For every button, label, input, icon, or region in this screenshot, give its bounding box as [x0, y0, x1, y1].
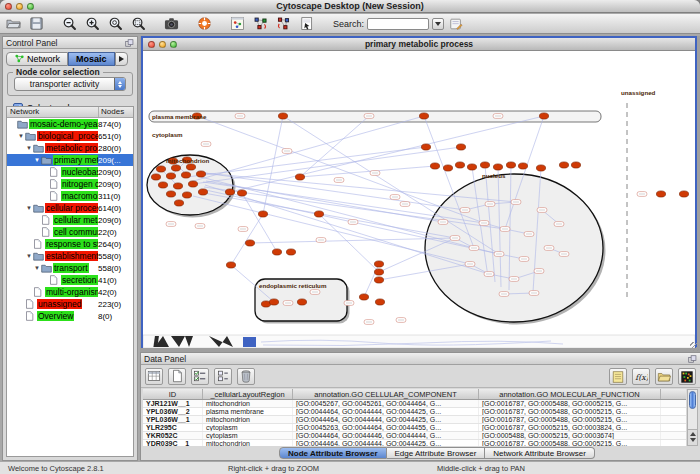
network-node-selected[interactable] — [198, 189, 207, 195]
network-node-selected[interactable] — [443, 165, 452, 171]
float-panel-icon[interactable] — [124, 38, 135, 51]
table-row[interactable]: YJR121W__1mitochondrion[GO:0045267, GO:0… — [143, 400, 686, 408]
network-node-selected[interactable] — [225, 189, 234, 195]
tree-row[interactable]: nitrogen compo209(0) — [7, 178, 133, 190]
network-node-selected[interactable] — [506, 162, 515, 168]
scroll-up-icon[interactable] — [690, 432, 696, 436]
network-edge[interactable] — [300, 116, 369, 177]
network-node-selected[interactable] — [286, 249, 295, 255]
network-node-selected[interactable] — [196, 171, 205, 177]
column-header[interactable]: annotation.GO CELLULAR_COMPONENT — [293, 389, 479, 399]
compartment-plasma-membrane[interactable] — [149, 111, 601, 122]
network-node-selected[interactable] — [374, 277, 383, 283]
tree-row[interactable]: ▼metabolic process280(0) — [7, 142, 133, 154]
network-node-selected[interactable] — [156, 166, 165, 172]
tab-network[interactable]: Network — [6, 52, 68, 66]
tree-row[interactable]: secretion41(0) — [7, 274, 133, 286]
network-node-selected[interactable] — [151, 174, 160, 180]
table-row[interactable]: YLR295Ccytoplasm[GO:0045263, GO:0044464,… — [143, 424, 686, 432]
tree-row[interactable]: unassigned223(0) — [7, 298, 133, 310]
network-node-selected[interactable] — [539, 113, 548, 119]
search-input[interactable] — [367, 18, 429, 30]
network-node-selected[interactable] — [258, 211, 267, 217]
table-row[interactable]: YPL036W__1mitochondrion[GO:0044464, GO:0… — [143, 416, 686, 424]
tree-row[interactable]: cellular metabol209(0) — [7, 214, 133, 226]
network-node-selected[interactable] — [226, 262, 235, 268]
network-node-selected[interactable] — [158, 182, 167, 188]
tree-row[interactable]: response to stimulu264(0) — [7, 238, 133, 250]
network-node-selected[interactable] — [493, 164, 502, 170]
network-node-selected[interactable] — [679, 191, 688, 197]
network-edge[interactable] — [300, 166, 435, 177]
network-node-selected[interactable] — [186, 164, 195, 170]
network-node-selected[interactable] — [272, 249, 281, 255]
network-node-selected[interactable] — [518, 163, 527, 169]
tree-row[interactable]: ▼establishment of lo558(0) — [7, 250, 133, 262]
network-node-selected[interactable] — [174, 200, 183, 206]
network-node-selected[interactable] — [375, 299, 384, 305]
network-node-selected[interactable] — [171, 165, 180, 171]
scrollbar-thumb[interactable] — [689, 391, 696, 409]
import-attributes-button[interactable] — [655, 368, 673, 385]
scroll-down-icon[interactable] — [690, 438, 696, 442]
network-node-selected[interactable] — [314, 211, 323, 217]
help-ring-button[interactable] — [196, 15, 213, 32]
annotation-select-button[interactable] — [298, 15, 315, 32]
node-color-combobox[interactable]: transporter activity — [14, 77, 126, 91]
delete-attribute-button[interactable] — [237, 368, 255, 385]
network-node-selected[interactable] — [430, 163, 439, 169]
tree-row[interactable]: ▼cellular process614(0) — [7, 202, 133, 214]
tree-row[interactable]: ▼biological_process651(0) — [7, 130, 133, 142]
zoom-out-button[interactable] — [61, 15, 78, 32]
tab-mosaic[interactable]: Mosaic — [68, 52, 115, 66]
network-node-selected[interactable] — [237, 190, 246, 196]
table-row[interactable]: YPL036W__2plasma membrane[GO:0044464, GO… — [143, 408, 686, 416]
network-node-selected[interactable] — [295, 174, 304, 180]
tree-row[interactable]: ▼primary metabo209(... — [7, 154, 133, 166]
network-edge[interactable] — [187, 147, 426, 177]
zoom-fit-button[interactable] — [107, 15, 124, 32]
select-attributes-button[interactable] — [191, 368, 209, 385]
layout-network-2-button[interactable] — [275, 15, 292, 32]
network-edge[interactable] — [198, 192, 455, 238]
network-edge[interactable] — [193, 147, 461, 184]
network-node-selected[interactable] — [455, 162, 464, 168]
network-node-selected[interactable] — [374, 269, 383, 275]
table-scrollbar[interactable] — [687, 389, 698, 446]
snapshot-button[interactable] — [163, 15, 180, 32]
birdseye-overview-button[interactable] — [229, 15, 246, 32]
network-node-selected[interactable] — [559, 162, 568, 168]
notes-button[interactable] — [609, 368, 627, 385]
tab-node-attribute-browser[interactable]: Node Attribute Browser — [279, 447, 387, 459]
network-edge[interactable] — [250, 238, 455, 243]
network-node-selected[interactable] — [166, 191, 175, 197]
network-node-selected[interactable] — [571, 162, 580, 168]
zoom-selected-button[interactable] — [130, 15, 147, 32]
search-options-dropdown[interactable] — [432, 18, 444, 30]
tree-row[interactable]: Overview8(0) — [7, 310, 133, 322]
column-format-button[interactable] — [214, 368, 232, 385]
network-node-selected[interactable] — [421, 144, 430, 150]
save-button[interactable] — [28, 15, 45, 32]
network-canvas[interactable]: plasma membranecytoplasmmitochondrionnuc… — [143, 51, 695, 348]
network-node-selected[interactable] — [419, 113, 428, 119]
network-node-selected[interactable] — [173, 183, 182, 189]
tree-column-nodes[interactable]: Nodes — [99, 107, 133, 117]
network-node-selected[interactable] — [374, 261, 383, 267]
network-node-selected[interactable] — [467, 164, 476, 170]
tree-column-network[interactable]: Network — [7, 107, 99, 117]
formula-builder-button[interactable]: f(x) — [632, 368, 650, 385]
column-header[interactable]: _cellularLayoutRegion — [203, 389, 293, 399]
network-node-selected[interactable] — [245, 240, 254, 246]
attribute-table-button[interactable] — [145, 368, 163, 385]
tab-edge-attribute-browser[interactable]: Edge Attribute Browser — [387, 447, 486, 459]
column-header[interactable]: annotation.GO MOLECULAR_FUNCTION — [479, 389, 661, 399]
layout-network-1-button[interactable] — [252, 15, 269, 32]
network-node-selected[interactable] — [181, 172, 190, 178]
tab-network-attribute-browser[interactable]: Network Attribute Browser — [485, 447, 594, 459]
network-node-selected[interactable] — [278, 113, 287, 119]
table-row[interactable]: YDR039C__1mitochondrion[GO:0044464, GO:0… — [143, 440, 686, 446]
table-row[interactable]: YKR052Ccytoplasm[GO:0044464, GO:0044446,… — [143, 432, 686, 440]
open-file-button[interactable] — [5, 15, 22, 32]
tree-row[interactable]: macromolecule311(0) — [7, 190, 133, 202]
